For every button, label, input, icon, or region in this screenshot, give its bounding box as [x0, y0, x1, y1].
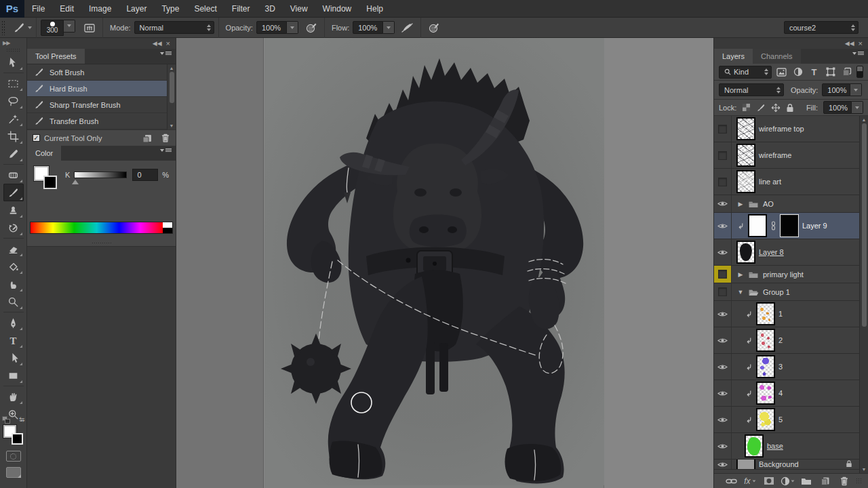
crop-tool[interactable]: [3, 127, 24, 145]
menu-type[interactable]: Type: [154, 0, 186, 18]
layer-name[interactable]: primary light: [763, 270, 804, 279]
layer-row-background[interactable]: Background: [714, 460, 859, 470]
panel-menu-icon[interactable]: [852, 52, 864, 55]
layer-name[interactable]: Background: [759, 460, 799, 468]
visibility-eye-toggle[interactable]: [714, 354, 732, 380]
expand-triangle-icon[interactable]: ▶: [737, 201, 744, 207]
pressure-opacity-button[interactable]: [302, 20, 320, 36]
k-slider-thumb[interactable]: [72, 180, 79, 184]
layer-mask-thumbnail[interactable]: [781, 215, 798, 237]
layer-thumbnail[interactable]: [737, 118, 755, 140]
k-slider[interactable]: [74, 171, 127, 178]
menu-layer[interactable]: Layer: [119, 0, 154, 18]
panel-resize-grip[interactable]: [27, 241, 176, 246]
filter-shape-layers-button[interactable]: [824, 66, 837, 78]
scrollbar-thumb[interactable]: [862, 123, 867, 327]
black-swatch[interactable]: [163, 228, 172, 233]
layer-row-layer-9[interactable]: Layer 9: [714, 213, 859, 239]
menu-file[interactable]: File: [24, 0, 52, 18]
filter-type-layers-button[interactable]: T: [808, 66, 821, 78]
layer-row-2[interactable]: 2: [714, 327, 859, 354]
layer-name[interactable]: 4: [778, 389, 783, 397]
screen-mode-button[interactable]: [6, 467, 21, 478]
layer-opacity-field[interactable]: 100%: [822, 83, 850, 96]
layer-thumbnail[interactable]: [757, 303, 774, 325]
layer-thumbnail[interactable]: [757, 329, 774, 351]
dodge-tool[interactable]: [3, 293, 24, 310]
preset-soft-brush[interactable]: Soft Brush: [27, 64, 176, 81]
new-layer-button[interactable]: [818, 475, 833, 487]
pressure-size-button[interactable]: [425, 20, 443, 36]
layer-name[interactable]: line art: [759, 178, 781, 186]
preset-scrollbar[interactable]: ▲▼: [167, 64, 176, 129]
tool-preset-picker[interactable]: [9, 18, 37, 38]
menu-filter[interactable]: Filter: [224, 0, 258, 18]
scroll-down-icon[interactable]: ▼: [862, 466, 867, 473]
layer-name[interactable]: Layer 9: [802, 222, 827, 230]
panel-menu-icon[interactable]: [160, 52, 172, 55]
move-tool[interactable]: [3, 54, 24, 71]
toolbar-collapse[interactable]: ▶▶: [0, 38, 26, 47]
menu-window[interactable]: Window: [315, 0, 359, 18]
visibility-toggle-empty[interactable]: [714, 266, 732, 283]
new-group-button[interactable]: [799, 475, 814, 487]
eraser-tool[interactable]: [3, 240, 24, 258]
layer-name[interactable]: AO: [763, 200, 774, 208]
visibility-toggle-empty[interactable]: [714, 142, 732, 168]
menu-view[interactable]: View: [283, 0, 315, 18]
rectangle-shape-tool[interactable]: [3, 367, 24, 384]
visibility-eye-toggle[interactable]: [714, 460, 732, 469]
layer-row-3[interactable]: 3: [714, 354, 859, 380]
layer-name[interactable]: 1: [778, 310, 783, 318]
filter-adjustment-layers-button[interactable]: [791, 66, 804, 78]
panel-menu-icon[interactable]: [160, 148, 172, 152]
k-value-field[interactable]: 0: [132, 169, 158, 181]
brush-preset-dropdown[interactable]: 300: [41, 20, 75, 36]
collapse-panels-icon[interactable]: ◀◀: [845, 40, 854, 47]
layer-row-ao[interactable]: ▶AO: [714, 195, 859, 213]
visibility-eye-toggle[interactable]: [714, 433, 732, 459]
quick-selection-tool[interactable]: [3, 110, 24, 127]
healing-brush-tool[interactable]: [3, 166, 24, 184]
layer-fill-field[interactable]: 100%: [823, 101, 852, 114]
menu-help[interactable]: Help: [359, 0, 391, 18]
layer-thumbnail[interactable]: [749, 215, 766, 237]
visibility-eye-toggle[interactable]: [714, 407, 732, 432]
collapse-triangle-icon[interactable]: ▼: [737, 289, 744, 296]
opacity-arrow[interactable]: [287, 21, 298, 34]
eyedropper-tool[interactable]: [3, 145, 24, 163]
flow-field[interactable]: 100%: [353, 21, 383, 34]
scroll-up-icon[interactable]: ▲: [170, 64, 174, 72]
rectangular-marquee-tool[interactable]: [3, 75, 24, 92]
delete-preset-icon[interactable]: [161, 133, 170, 143]
layer-name[interactable]: 3: [778, 363, 783, 371]
lock-all-icon[interactable]: [786, 103, 794, 113]
layer-opacity-arrow[interactable]: [850, 83, 862, 96]
layer-name[interactable]: wireframe top: [759, 125, 804, 133]
airbrush-toggle-button[interactable]: [399, 20, 416, 36]
layer-name[interactable]: 2: [778, 336, 783, 344]
layer-thumbnail[interactable]: [737, 460, 755, 470]
visibility-eye-toggle[interactable]: [714, 327, 732, 353]
visibility-toggle-empty[interactable]: [714, 283, 732, 300]
lasso-tool[interactable]: [3, 92, 24, 110]
lock-position-icon[interactable]: [771, 103, 781, 113]
visibility-eye-toggle[interactable]: [714, 380, 732, 406]
history-brush-tool[interactable]: [3, 219, 24, 237]
lock-transparency-icon[interactable]: [742, 103, 751, 112]
menu-select[interactable]: Select: [186, 0, 224, 18]
hand-tool[interactable]: [3, 388, 24, 405]
layer-row-1[interactable]: 1: [714, 301, 859, 327]
layer-thumbnail[interactable]: [737, 241, 755, 263]
menu-image[interactable]: Image: [81, 0, 119, 18]
layer-row-wireframe-top[interactable]: wireframe top: [714, 116, 859, 142]
tab-tool-presets[interactable]: Tool Presets: [27, 49, 85, 64]
filter-pixel-layers-button[interactable]: [775, 66, 788, 78]
new-adjustment-layer-button[interactable]: [781, 475, 795, 487]
canvas-area[interactable]: [176, 38, 713, 488]
scrollbar-thumb[interactable]: [170, 72, 174, 103]
toolbar-grip[interactable]: [6, 48, 21, 52]
background-color-swatch[interactable]: [43, 176, 57, 189]
preset-sharp-transfer-brush[interactable]: Sharp Transfer Brush: [27, 97, 176, 113]
color-panel-swatches[interactable]: [34, 166, 57, 189]
